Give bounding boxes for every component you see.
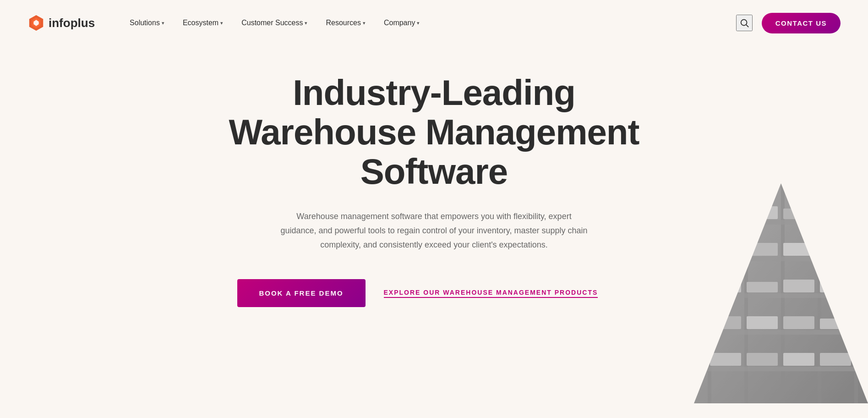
triangle-clip	[694, 183, 868, 403]
chevron-down-icon: ▾	[363, 20, 366, 26]
search-icon	[739, 18, 749, 28]
hero-title: Industry-Leading Warehouse Management So…	[228, 73, 640, 191]
chevron-down-icon: ▾	[220, 20, 223, 26]
svg-rect-19	[820, 206, 851, 219]
nav-item-resources[interactable]: Resources ▾	[318, 15, 372, 31]
header-actions: CONTACT US	[736, 13, 841, 33]
logo-link[interactable]: infoplus	[27, 14, 95, 32]
svg-rect-23	[820, 243, 851, 256]
svg-rect-16	[710, 206, 741, 219]
main-nav: Solutions ▾ Ecosystem ▾ Customer Success…	[122, 15, 736, 31]
nav-item-company[interactable]: Company ▾	[377, 15, 427, 31]
svg-point-3	[741, 20, 747, 26]
svg-rect-20	[710, 243, 741, 256]
search-button[interactable]	[736, 15, 753, 31]
site-header: infoplus Solutions ▾ Ecosystem ▾ Custome…	[0, 0, 868, 46]
svg-rect-27	[820, 280, 851, 292]
hero-image-triangle	[694, 183, 868, 403]
contact-us-button[interactable]: CONTACT US	[762, 13, 841, 33]
chevron-down-icon: ▾	[162, 20, 164, 26]
hero-subtitle: Warehouse management software that empow…	[278, 209, 590, 252]
infoplus-logo-icon	[27, 14, 45, 32]
hero-cta-group: BOOK A FREE DEMO EXPLORE OUR WAREHOUSE M…	[228, 279, 640, 307]
nav-item-solutions[interactable]: Solutions ▾	[122, 15, 172, 31]
svg-line-4	[746, 25, 748, 27]
chevron-down-icon: ▾	[417, 20, 420, 26]
hero-section: Industry-Leading Warehouse Management So…	[0, 46, 868, 403]
explore-products-link[interactable]: EXPLORE OUR WAREHOUSE MANAGEMENT PRODUCT…	[384, 289, 598, 298]
chevron-down-icon: ▾	[305, 20, 307, 26]
svg-rect-36	[694, 183, 868, 403]
nav-item-customer-success[interactable]: Customer Success ▾	[234, 15, 315, 31]
book-demo-button[interactable]: BOOK A FREE DEMO	[237, 279, 366, 307]
logo-text: infoplus	[49, 16, 95, 30]
warehouse-image	[694, 183, 868, 403]
nav-item-ecosystem[interactable]: Ecosystem ▾	[175, 15, 230, 31]
svg-rect-24	[710, 280, 741, 292]
